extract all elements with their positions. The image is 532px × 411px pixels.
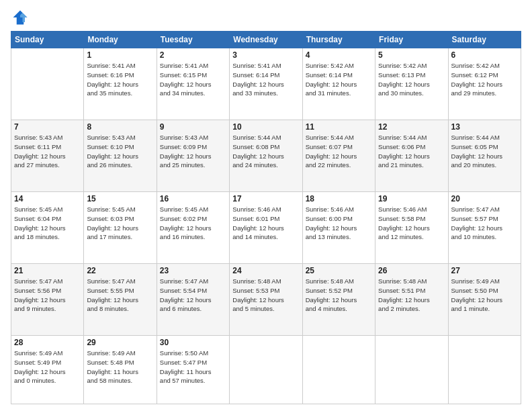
calendar-week-1: 1Sunrise: 5:41 AMSunset: 6:16 PMDaylight… [11, 48, 521, 120]
day-number: 7 [14, 122, 81, 132]
calendar-cell: 20Sunrise: 5:47 AMSunset: 5:57 PMDayligh… [448, 192, 521, 264]
calendar-cell: 22Sunrise: 5:47 AMSunset: 5:55 PMDayligh… [84, 264, 157, 336]
weekday-header-thursday: Thursday [302, 32, 375, 48]
day-number: 24 [232, 266, 299, 275]
calendar-cell: 16Sunrise: 5:45 AMSunset: 6:02 PMDayligh… [157, 192, 229, 264]
day-number: 15 [87, 194, 153, 203]
day-info: Sunrise: 5:49 AMSunset: 5:49 PMDaylight:… [14, 349, 81, 385]
day-number: 22 [87, 266, 153, 275]
calendar-header-row: SundayMondayTuesdayWednesdayThursdayFrid… [11, 32, 521, 48]
weekday-header-sunday: Sunday [11, 32, 84, 48]
day-number: 12 [378, 122, 445, 132]
calendar-week-2: 7Sunrise: 5:43 AMSunset: 6:11 PMDaylight… [11, 120, 521, 192]
calendar-cell: 10Sunrise: 5:44 AMSunset: 6:08 PMDayligh… [230, 120, 302, 192]
calendar-cell: 29Sunrise: 5:49 AMSunset: 5:48 PMDayligh… [84, 336, 157, 404]
calendar-cell: 11Sunrise: 5:44 AMSunset: 6:07 PMDayligh… [302, 120, 375, 192]
day-info: Sunrise: 5:41 AMSunset: 6:16 PMDaylight:… [87, 61, 153, 98]
calendar-cell: 25Sunrise: 5:48 AMSunset: 5:52 PMDayligh… [302, 264, 375, 336]
calendar-cell: 23Sunrise: 5:47 AMSunset: 5:54 PMDayligh… [157, 264, 229, 336]
weekday-header-wednesday: Wednesday [230, 32, 302, 48]
day-number: 11 [306, 122, 372, 132]
weekday-header-tuesday: Tuesday [157, 32, 229, 48]
day-number: 10 [232, 122, 299, 132]
page: SundayMondayTuesdayWednesdayThursdayFrid… [0, 0, 532, 411]
day-number: 9 [160, 122, 226, 132]
day-info: Sunrise: 5:48 AMSunset: 5:51 PMDaylight:… [378, 277, 445, 314]
day-info: Sunrise: 5:45 AMSunset: 6:02 PMDaylight:… [160, 205, 226, 242]
calendar-cell: 26Sunrise: 5:48 AMSunset: 5:51 PMDayligh… [375, 264, 448, 336]
calendar-cell [302, 336, 375, 404]
calendar-cell: 13Sunrise: 5:44 AMSunset: 6:05 PMDayligh… [448, 120, 521, 192]
day-number: 28 [14, 338, 81, 347]
weekday-header-monday: Monday [84, 32, 157, 48]
day-info: Sunrise: 5:42 AMSunset: 6:13 PMDaylight:… [378, 61, 445, 98]
day-info: Sunrise: 5:41 AMSunset: 6:15 PMDaylight:… [160, 61, 226, 98]
calendar-cell: 30Sunrise: 5:50 AMSunset: 5:47 PMDayligh… [157, 336, 229, 404]
calendar-cell: 12Sunrise: 5:44 AMSunset: 6:06 PMDayligh… [375, 120, 448, 192]
calendar-cell: 5Sunrise: 5:42 AMSunset: 6:13 PMDaylight… [375, 48, 448, 120]
day-number: 4 [306, 50, 372, 60]
calendar-cell: 14Sunrise: 5:45 AMSunset: 6:04 PMDayligh… [11, 192, 84, 264]
day-info: Sunrise: 5:46 AMSunset: 5:58 PMDaylight:… [378, 205, 445, 242]
calendar-cell: 17Sunrise: 5:46 AMSunset: 6:01 PMDayligh… [230, 192, 302, 264]
day-number: 1 [87, 50, 153, 60]
day-info: Sunrise: 5:47 AMSunset: 5:57 PMDaylight:… [451, 205, 518, 242]
calendar-cell: 15Sunrise: 5:45 AMSunset: 6:03 PMDayligh… [84, 192, 157, 264]
day-number: 26 [378, 266, 445, 275]
day-number: 21 [14, 266, 81, 275]
day-number: 5 [378, 50, 445, 60]
day-number: 2 [160, 50, 226, 60]
calendar-cell: 18Sunrise: 5:46 AMSunset: 6:00 PMDayligh… [302, 192, 375, 264]
weekday-header-friday: Friday [375, 32, 448, 48]
day-info: Sunrise: 5:45 AMSunset: 6:04 PMDaylight:… [14, 205, 81, 242]
logo-icon [11, 8, 30, 27]
day-number: 19 [378, 194, 445, 203]
day-info: Sunrise: 5:49 AMSunset: 5:48 PMDaylight:… [87, 349, 153, 385]
calendar-cell: 9Sunrise: 5:43 AMSunset: 6:09 PMDaylight… [157, 120, 229, 192]
calendar-cell: 6Sunrise: 5:42 AMSunset: 6:12 PMDaylight… [448, 48, 521, 120]
calendar-week-4: 21Sunrise: 5:47 AMSunset: 5:56 PMDayligh… [11, 264, 521, 336]
day-info: Sunrise: 5:47 AMSunset: 5:55 PMDaylight:… [87, 277, 153, 314]
calendar-cell [375, 336, 448, 404]
calendar-cell: 28Sunrise: 5:49 AMSunset: 5:49 PMDayligh… [11, 336, 84, 404]
day-number: 16 [160, 194, 226, 203]
calendar-cell: 4Sunrise: 5:42 AMSunset: 6:14 PMDaylight… [302, 48, 375, 120]
day-number: 20 [451, 194, 518, 203]
day-number: 17 [232, 194, 299, 203]
day-info: Sunrise: 5:48 AMSunset: 5:53 PMDaylight:… [232, 277, 299, 314]
day-number: 30 [160, 338, 226, 347]
logo [11, 8, 32, 27]
day-info: Sunrise: 5:46 AMSunset: 6:01 PMDaylight:… [232, 205, 299, 242]
day-info: Sunrise: 5:47 AMSunset: 5:54 PMDaylight:… [160, 277, 226, 314]
day-info: Sunrise: 5:48 AMSunset: 5:52 PMDaylight:… [306, 277, 372, 314]
day-number: 8 [87, 122, 153, 132]
calendar-cell: 1Sunrise: 5:41 AMSunset: 6:16 PMDaylight… [84, 48, 157, 120]
day-info: Sunrise: 5:50 AMSunset: 5:47 PMDaylight:… [160, 349, 226, 385]
day-number: 29 [87, 338, 153, 347]
top-section [11, 8, 521, 27]
day-number: 23 [160, 266, 226, 275]
calendar-cell: 19Sunrise: 5:46 AMSunset: 5:58 PMDayligh… [375, 192, 448, 264]
day-number: 3 [232, 50, 299, 60]
calendar-week-5: 28Sunrise: 5:49 AMSunset: 5:49 PMDayligh… [11, 336, 521, 404]
weekday-header-saturday: Saturday [448, 32, 521, 48]
calendar-cell [230, 336, 302, 404]
day-info: Sunrise: 5:43 AMSunset: 6:11 PMDaylight:… [14, 133, 81, 170]
day-info: Sunrise: 5:47 AMSunset: 5:56 PMDaylight:… [14, 277, 81, 314]
day-number: 14 [14, 194, 81, 203]
day-info: Sunrise: 5:45 AMSunset: 6:03 PMDaylight:… [87, 205, 153, 242]
day-info: Sunrise: 5:44 AMSunset: 6:07 PMDaylight:… [306, 133, 372, 170]
calendar-cell: 21Sunrise: 5:47 AMSunset: 5:56 PMDayligh… [11, 264, 84, 336]
day-info: Sunrise: 5:43 AMSunset: 6:09 PMDaylight:… [160, 133, 226, 170]
day-number: 13 [451, 122, 518, 132]
calendar-cell: 2Sunrise: 5:41 AMSunset: 6:15 PMDaylight… [157, 48, 229, 120]
calendar-cell: 8Sunrise: 5:43 AMSunset: 6:10 PMDaylight… [84, 120, 157, 192]
day-number: 27 [451, 266, 518, 275]
day-number: 6 [451, 50, 518, 60]
calendar-cell [11, 48, 84, 120]
calendar-cell: 3Sunrise: 5:41 AMSunset: 6:14 PMDaylight… [230, 48, 302, 120]
calendar: SundayMondayTuesdayWednesdayThursdayFrid… [11, 31, 521, 404]
calendar-cell: 24Sunrise: 5:48 AMSunset: 5:53 PMDayligh… [230, 264, 302, 336]
day-info: Sunrise: 5:49 AMSunset: 5:50 PMDaylight:… [451, 277, 518, 314]
day-info: Sunrise: 5:41 AMSunset: 6:14 PMDaylight:… [232, 61, 299, 98]
